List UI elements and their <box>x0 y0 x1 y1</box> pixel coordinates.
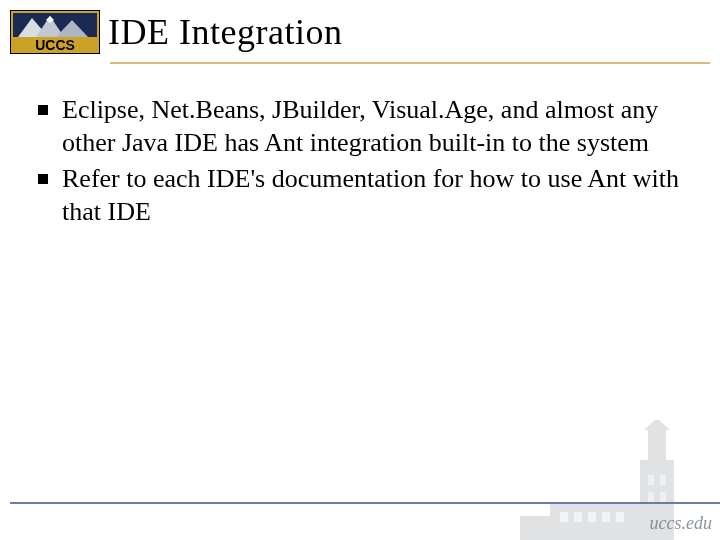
svg-rect-12 <box>574 512 582 522</box>
bullet-square-icon <box>38 105 48 115</box>
uccs-logo: UCCS <box>10 10 100 54</box>
bullet-text: Refer to each IDE's documentation for ho… <box>62 163 692 228</box>
slide-footer: uccs.edu <box>0 480 720 540</box>
list-item: Eclipse, Net.Beans, JBuilder, Visual.Age… <box>38 94 692 159</box>
bullet-square-icon <box>38 174 48 184</box>
logo-text: UCCS <box>35 37 75 53</box>
slide: UCCS IDE Integration Eclipse, Net.Beans,… <box>0 0 720 540</box>
svg-rect-9 <box>550 502 650 540</box>
list-item: Refer to each IDE's documentation for ho… <box>38 163 692 228</box>
slide-title: IDE Integration <box>108 11 342 53</box>
svg-rect-14 <box>602 512 610 522</box>
svg-rect-10 <box>520 516 560 540</box>
slide-header: UCCS IDE Integration <box>0 0 720 54</box>
bullet-text: Eclipse, Net.Beans, JBuilder, Visual.Age… <box>62 94 692 159</box>
svg-rect-17 <box>660 475 666 485</box>
svg-rect-13 <box>588 512 596 522</box>
footer-divider <box>10 502 720 504</box>
slide-content: Eclipse, Net.Beans, JBuilder, Visual.Age… <box>0 64 720 228</box>
svg-rect-15 <box>616 512 624 522</box>
svg-rect-19 <box>660 492 666 502</box>
footer-url: uccs.edu <box>650 513 712 534</box>
svg-rect-18 <box>648 492 654 502</box>
svg-marker-7 <box>644 420 670 430</box>
title-underline <box>110 62 710 64</box>
svg-rect-11 <box>560 512 568 522</box>
svg-rect-16 <box>648 475 654 485</box>
